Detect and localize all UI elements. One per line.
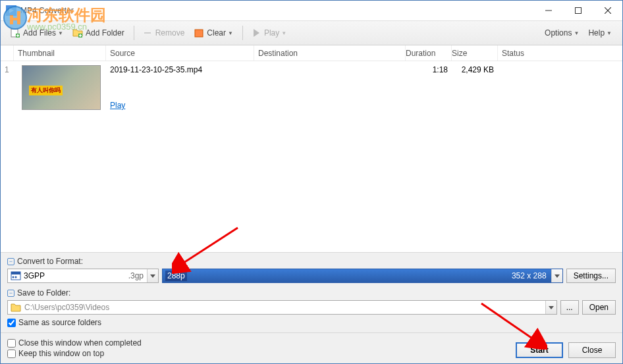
- svg-marker-29: [555, 274, 560, 278]
- format-name: 3GPP: [24, 271, 45, 280]
- keep-on-top-checkbox[interactable]: Keep this window on top: [7, 349, 516, 358]
- svg-rect-18: [195, 30, 203, 37]
- chevron-down-icon: [545, 301, 556, 314]
- format-extension: .3gp: [128, 271, 144, 280]
- row-size: 2,429 KB: [452, 65, 498, 110]
- play-button[interactable]: Play ▼: [247, 25, 290, 41]
- resolution-select[interactable]: 288p 352 x 288: [162, 269, 563, 283]
- minimize-icon: [545, 7, 552, 14]
- row-duration: 1:18: [406, 65, 452, 110]
- collapse-icon[interactable]: −: [7, 290, 14, 297]
- col-index[interactable]: [1, 45, 14, 61]
- titlebar: MP4 Converter: [1, 1, 622, 20]
- svg-rect-17: [144, 32, 151, 34]
- remove-label: Remove: [155, 28, 185, 38]
- minimize-button[interactable]: [533, 1, 563, 20]
- footer: Close this window when completed Keep th…: [1, 332, 622, 363]
- add-files-button[interactable]: Add Files ▼: [6, 25, 67, 41]
- options-label: Options: [545, 28, 572, 38]
- col-thumbnail[interactable]: Thumbnail: [14, 45, 106, 61]
- maximize-button[interactable]: [563, 1, 593, 20]
- svg-point-27: [15, 276, 17, 278]
- app-icon: [6, 5, 16, 16]
- svg-marker-19: [254, 29, 259, 37]
- start-button[interactable]: Start: [516, 342, 563, 358]
- clear-button[interactable]: Clear ▼: [190, 25, 237, 41]
- resolution-dimensions: 352 x 288: [512, 271, 547, 280]
- col-status[interactable]: Status: [498, 49, 622, 58]
- table-header: Thumbnail Source Destination Duration Si…: [1, 45, 622, 61]
- help-button[interactable]: Help ▼: [584, 26, 616, 40]
- clear-icon: [194, 28, 204, 38]
- open-folder-button[interactable]: Open: [582, 300, 616, 315]
- add-files-label: Add Files: [23, 28, 56, 38]
- save-folder-input[interactable]: C:\Users\pc0359\Videos: [7, 300, 557, 315]
- window-title: MP4 Converter: [20, 6, 74, 15]
- dropdown-arrow-icon: ▼: [281, 30, 286, 36]
- dropdown-arrow-icon: ▼: [228, 30, 233, 36]
- svg-rect-7: [575, 8, 581, 14]
- table-row[interactable]: 1 有人叫你吗 2019-11-23-10-25-35.mp4 Play 1:1…: [1, 61, 622, 114]
- add-folder-label: Add Folder: [86, 28, 124, 38]
- help-label: Help: [588, 28, 605, 38]
- svg-point-26: [13, 276, 14, 278]
- close-when-completed-checkbox[interactable]: Close this window when completed: [7, 338, 516, 348]
- play-label: Play: [264, 28, 279, 38]
- play-link[interactable]: Play: [110, 101, 125, 110]
- add-folder-button[interactable]: Add Folder: [68, 25, 128, 41]
- close-window-button[interactable]: [593, 1, 622, 20]
- settings-button[interactable]: Settings...: [566, 269, 616, 283]
- save-folder-path: C:\Users\pc0359\Videos: [24, 303, 109, 312]
- svg-rect-25: [11, 272, 20, 274]
- format-select[interactable]: 3GPP .3gp: [7, 269, 159, 283]
- convert-format-label: − Convert to Format:: [7, 257, 616, 266]
- dropdown-arrow-icon: ▼: [574, 30, 579, 36]
- thumbnail-overlay-text: 有人叫你吗: [29, 86, 63, 95]
- chevron-down-icon: [551, 269, 562, 282]
- same-as-source-checkbox[interactable]: Same as source folders: [7, 318, 616, 327]
- options-button[interactable]: Options ▼: [541, 26, 583, 40]
- add-files-icon: [10, 28, 20, 38]
- clear-label: Clear: [207, 28, 226, 38]
- row-index: 1: [1, 65, 14, 110]
- toolbar-separator: [134, 26, 134, 40]
- collapse-icon[interactable]: −: [7, 258, 14, 265]
- col-duration[interactable]: Duration: [406, 45, 452, 61]
- svg-marker-30: [549, 306, 554, 309]
- chevron-down-icon: [147, 269, 158, 282]
- save-folder-label: − Save to Folder:: [7, 288, 616, 298]
- toolbar-separator: [242, 26, 243, 40]
- close-button[interactable]: Close: [568, 342, 616, 358]
- maximize-icon: [575, 7, 582, 14]
- folder-icon: [11, 303, 21, 312]
- dropdown-arrow-icon: ▼: [58, 30, 63, 36]
- dropdown-arrow-icon: ▼: [607, 30, 612, 36]
- browse-button[interactable]: ...: [560, 300, 579, 315]
- col-size[interactable]: Size: [452, 45, 498, 61]
- toolbar: Add Files ▼ Add Folder Remove Clear ▼ Pl…: [1, 20, 622, 45]
- remove-button[interactable]: Remove: [138, 25, 189, 41]
- source-filename: 2019-11-23-10-25-35.mp4: [110, 65, 254, 74]
- svg-marker-28: [150, 274, 155, 278]
- play-icon: [251, 28, 261, 38]
- resolution-value: 288p: [165, 271, 187, 281]
- col-source[interactable]: Source: [106, 45, 254, 61]
- convert-section: − Convert to Format: 3GPP .3gp 288p 352 …: [1, 252, 622, 332]
- format-icon: [11, 271, 21, 281]
- close-icon: [605, 7, 611, 14]
- col-destination[interactable]: Destination: [254, 45, 406, 61]
- remove-icon: [142, 28, 153, 38]
- thumbnail-image: 有人叫你吗: [22, 65, 101, 110]
- add-folder-icon: [72, 28, 83, 38]
